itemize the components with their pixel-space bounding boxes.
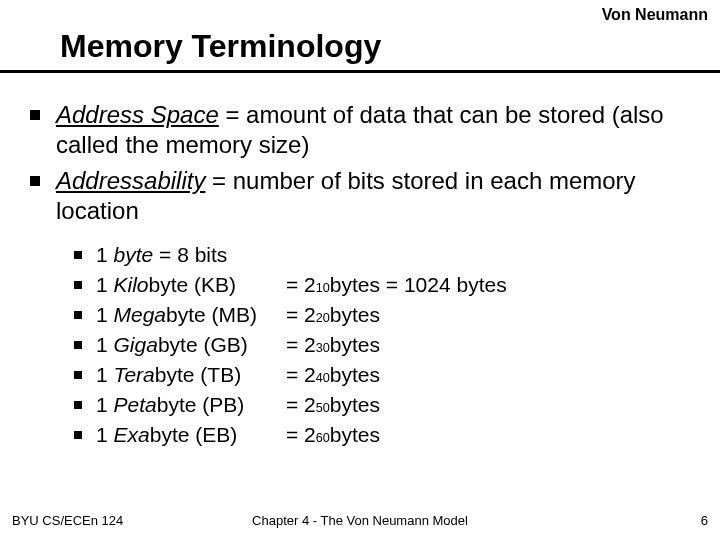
term: Address Space [56, 101, 219, 128]
unit-value: = 250 bytes [286, 393, 380, 417]
bullet-icon [74, 401, 82, 409]
bullet-icon [74, 251, 82, 259]
bullet-text: Address Space = amount of data that can … [56, 100, 690, 160]
slide-body: Address Space = amount of data that can … [30, 100, 690, 450]
unit-value: = 210 bytes = 1024 bytes [286, 273, 507, 297]
bullet-icon [30, 110, 40, 120]
list-item: 1 Gigabyte (GB) = 230 bytes [74, 330, 690, 360]
header-topic: Von Neumann [602, 6, 708, 24]
unit-value: = 220 bytes [286, 303, 380, 327]
unit-value: = 230 bytes [286, 333, 380, 357]
unit-name: 1 Megabyte (MB) [96, 303, 286, 327]
bullet-item: Addressability = number of bits stored i… [30, 166, 690, 226]
bullet-item: Address Space = amount of data that can … [30, 100, 690, 160]
list-item: 1 byte = 8 bits [74, 240, 690, 270]
bullet-icon [74, 371, 82, 379]
unit-name: 1 Petabyte (PB) [96, 393, 286, 417]
term: Addressability [56, 167, 205, 194]
bullet-icon [74, 311, 82, 319]
list-item: 1 Petabyte (PB) = 250 bytes [74, 390, 690, 420]
title-underline [0, 70, 720, 73]
list-item: 1 Terabyte (TB) = 240 bytes [74, 360, 690, 390]
bullet-icon [74, 341, 82, 349]
bullet-icon [74, 281, 82, 289]
unit-name: 1 Terabyte (TB) [96, 363, 286, 387]
unit-value: = 260 bytes [286, 423, 380, 447]
list-item: 1 Megabyte (MB) = 220 bytes [74, 300, 690, 330]
unit-name: 1 Gigabyte (GB) [96, 333, 286, 357]
bullet-icon [74, 431, 82, 439]
list-item: 1 Exabyte (EB) = 260 bytes [74, 420, 690, 450]
list-item: 1 Kilobyte (KB) = 210 bytes = 1024 bytes [74, 270, 690, 300]
slide-title: Memory Terminology [60, 28, 381, 65]
footer-left: BYU CS/ECEn 124 [12, 513, 123, 528]
unit-name: 1 Kilobyte (KB) [96, 273, 286, 297]
slide: Von Neumann Memory Terminology Address S… [0, 0, 720, 540]
unit-list: 1 byte = 8 bits 1 Kilobyte (KB) = 210 by… [74, 240, 690, 450]
footer-right: 6 [701, 513, 708, 528]
bullet-text: Addressability = number of bits stored i… [56, 166, 690, 226]
unit-name: 1 byte = 8 bits [96, 243, 286, 267]
unit-value: = 240 bytes [286, 363, 380, 387]
unit-name: 1 Exabyte (EB) [96, 423, 286, 447]
bullet-icon [30, 176, 40, 186]
footer: BYU CS/ECEn 124 Chapter 4 - The Von Neum… [12, 513, 708, 528]
